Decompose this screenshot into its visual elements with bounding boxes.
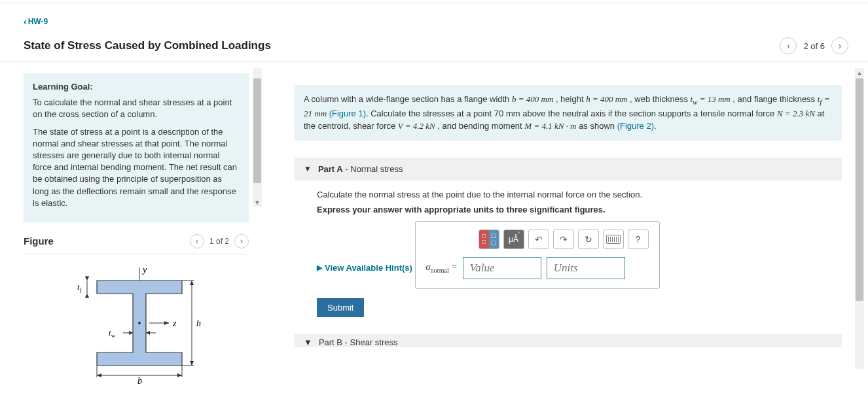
part-a-instruction: Express your answer with appropriate uni… bbox=[317, 205, 833, 214]
figure-heading: Figure bbox=[24, 235, 54, 247]
redo-button[interactable]: ↷ bbox=[553, 230, 574, 249]
reset-button[interactable]: ↻ bbox=[578, 230, 599, 249]
svg-marker-25 bbox=[129, 331, 133, 335]
top-pager-text: 2 of 6 bbox=[803, 41, 825, 51]
next-problem-button[interactable]: › bbox=[831, 37, 848, 54]
learning-goal-p2: The state of stress at a point is a desc… bbox=[33, 126, 240, 209]
part-a-header[interactable]: ▼ Part A - Normal stress bbox=[295, 158, 842, 180]
scroll-down-icon[interactable]: ▼ bbox=[253, 197, 262, 207]
help-button[interactable]: ? bbox=[628, 230, 649, 249]
left-scrollbar-thumb[interactable] bbox=[253, 78, 261, 183]
svg-text:b: b bbox=[137, 376, 142, 385]
fraction-tool-button[interactable]: □□□□ bbox=[479, 230, 499, 249]
figure-1-link[interactable]: (Figure 1) bbox=[327, 109, 366, 118]
figure-2-link[interactable]: (Figure 2) bbox=[617, 121, 654, 131]
answer-box: □□□□ μÅ° ↶ ↷ ↻ ? σnormal = bbox=[415, 221, 660, 289]
figure-pager-text: 1 of 2 bbox=[209, 237, 229, 246]
units-tool-button[interactable]: μÅ° bbox=[503, 230, 524, 249]
right-scroll-up-icon[interactable]: ▲ bbox=[855, 68, 864, 77]
hints-label: View Available Hint(s) bbox=[325, 263, 412, 273]
part-b-label: Part B bbox=[319, 337, 342, 347]
svg-text:tw: tw bbox=[109, 328, 115, 339]
part-b-subtitle: - Shear stress bbox=[342, 337, 398, 347]
svg-marker-15 bbox=[97, 373, 101, 377]
part-a-subtitle: - Normal stress bbox=[343, 164, 403, 174]
part-a-label: Part A bbox=[318, 164, 343, 174]
svg-marker-20 bbox=[85, 294, 89, 298]
svg-text:tf: tf bbox=[77, 282, 82, 293]
top-pager: ‹ 2 of 6 › bbox=[780, 37, 848, 54]
value-input[interactable] bbox=[463, 257, 541, 279]
header: ‹ HW-9 State of Stress Caused by Combine… bbox=[0, 3, 868, 61]
figure-next-button[interactable]: › bbox=[234, 234, 249, 248]
svg-marker-10 bbox=[190, 361, 194, 366]
back-link-label: HW-9 bbox=[28, 17, 48, 26]
equation-toolbar: □□□□ μÅ° ↶ ↷ ↻ ? bbox=[479, 230, 649, 249]
right-panel: ▲ A column with a wide-flange section ha… bbox=[262, 61, 868, 388]
chevron-left-icon: ‹ bbox=[24, 16, 27, 27]
svg-marker-19 bbox=[85, 277, 89, 281]
caret-down-icon: ▼ bbox=[304, 164, 312, 173]
sigma-label: σnormal = bbox=[426, 262, 458, 274]
svg-marker-3 bbox=[164, 321, 169, 325]
svg-text:h: h bbox=[196, 318, 201, 328]
undo-button[interactable]: ↶ bbox=[528, 230, 549, 249]
part-b-header[interactable]: ▼ Part B - Shear stress bbox=[295, 334, 842, 347]
svg-marker-16 bbox=[177, 373, 182, 377]
figure-ibeam-diagram: y z h bbox=[64, 261, 208, 385]
submit-button[interactable]: Submit bbox=[317, 298, 364, 317]
back-link[interactable]: ‹ HW-9 bbox=[24, 16, 48, 27]
svg-point-5 bbox=[138, 322, 141, 324]
keyboard-icon bbox=[606, 235, 621, 244]
right-scrollbar-thumb[interactable] bbox=[856, 78, 863, 301]
svg-text:y: y bbox=[141, 265, 147, 275]
figure-pager: ‹ 1 of 2 › bbox=[190, 234, 249, 248]
part-a-question: Calculate the normal stress at the point… bbox=[317, 190, 833, 199]
svg-text:z: z bbox=[172, 318, 177, 328]
svg-marker-9 bbox=[190, 281, 194, 285]
part-a-body: Calculate the normal stress at the point… bbox=[295, 180, 842, 317]
prev-problem-button[interactable]: ‹ bbox=[780, 37, 797, 54]
caret-right-icon: ▶ bbox=[317, 264, 322, 272]
caret-down-icon: ▼ bbox=[304, 337, 312, 347]
figure-prev-button[interactable]: ‹ bbox=[190, 234, 204, 248]
page-title: State of Stress Caused by Combined Loadi… bbox=[24, 39, 271, 52]
keyboard-button[interactable] bbox=[603, 230, 624, 249]
units-input[interactable] bbox=[547, 257, 625, 279]
problem-statement: A column with a wide-flange section has … bbox=[295, 85, 842, 141]
view-hints-button[interactable]: ▶ View Available Hint(s) bbox=[317, 263, 412, 273]
svg-marker-27 bbox=[146, 331, 150, 335]
left-panel: ▲ ▼ Learning Goal: To calculate the norm… bbox=[0, 61, 262, 388]
learning-goal-p1: To calculate the normal and shear stress… bbox=[33, 97, 240, 120]
learning-goal-heading: Learning Goal: bbox=[33, 81, 240, 93]
learning-goal-box: Learning Goal: To calculate the normal a… bbox=[24, 73, 249, 222]
